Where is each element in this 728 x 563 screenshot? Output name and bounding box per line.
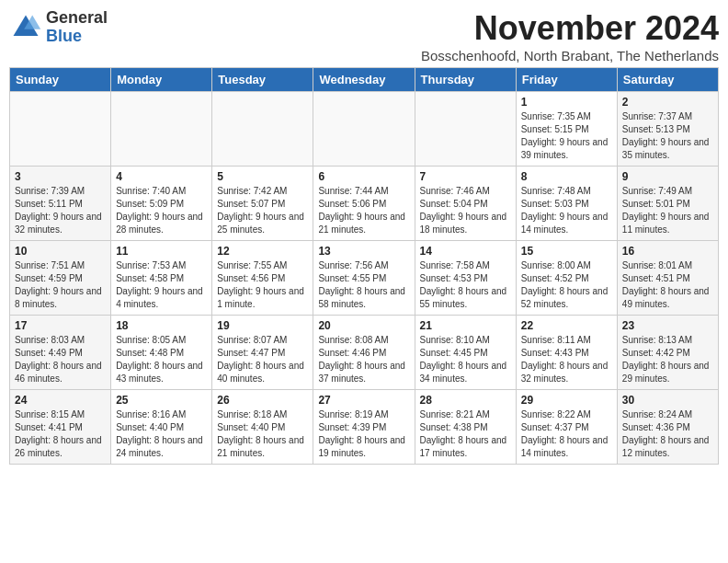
day-number: 17 <box>15 319 106 332</box>
day-number: 27 <box>318 394 409 407</box>
calendar-cell: 30Sunrise: 8:24 AM Sunset: 4:36 PM Dayli… <box>617 390 718 465</box>
calendar-cell: 14Sunrise: 7:58 AM Sunset: 4:53 PM Dayli… <box>415 241 516 316</box>
calendar-cell: 20Sunrise: 8:08 AM Sunset: 4:46 PM Dayli… <box>313 316 415 390</box>
calendar-cell: 27Sunrise: 8:19 AM Sunset: 4:39 PM Dayli… <box>313 390 415 465</box>
day-number: 4 <box>116 170 207 183</box>
logo-text: General Blue <box>46 9 108 46</box>
day-number: 12 <box>217 245 308 258</box>
calendar-cell: 7Sunrise: 7:46 AM Sunset: 5:04 PM Daylig… <box>415 167 516 241</box>
calendar-cell: 18Sunrise: 8:05 AM Sunset: 4:48 PM Dayli… <box>111 316 212 390</box>
calendar-cell: 23Sunrise: 8:13 AM Sunset: 4:42 PM Dayli… <box>617 316 718 390</box>
calendar-cell <box>111 92 212 167</box>
day-info: Sunrise: 7:44 AM Sunset: 5:06 PM Dayligh… <box>318 185 409 236</box>
day-number: 26 <box>217 394 308 407</box>
day-info: Sunrise: 7:53 AM Sunset: 4:58 PM Dayligh… <box>116 259 207 311</box>
page-header: General Blue November 2024 Bosschenhoofd… <box>9 9 719 63</box>
day-info: Sunrise: 8:08 AM Sunset: 4:46 PM Dayligh… <box>318 334 409 385</box>
day-number: 15 <box>521 245 612 258</box>
day-info: Sunrise: 7:58 AM Sunset: 4:53 PM Dayligh… <box>420 259 511 311</box>
calendar-cell <box>10 92 111 167</box>
calendar-cell: 24Sunrise: 8:15 AM Sunset: 4:41 PM Dayli… <box>10 390 111 465</box>
day-info: Sunrise: 8:07 AM Sunset: 4:47 PM Dayligh… <box>217 334 308 385</box>
weekday-header-tuesday: Tuesday <box>212 68 313 92</box>
calendar-cell: 3Sunrise: 7:39 AM Sunset: 5:11 PM Daylig… <box>10 167 111 241</box>
calendar-table: SundayMondayTuesdayWednesdayThursdayFrid… <box>9 67 719 465</box>
day-number: 28 <box>420 394 511 407</box>
weekday-header-row: SundayMondayTuesdayWednesdayThursdayFrid… <box>10 68 719 92</box>
calendar-cell: 15Sunrise: 8:00 AM Sunset: 4:52 PM Dayli… <box>516 241 617 316</box>
day-number: 14 <box>420 245 511 258</box>
day-info: Sunrise: 8:22 AM Sunset: 4:37 PM Dayligh… <box>521 408 612 460</box>
calendar-cell: 8Sunrise: 7:48 AM Sunset: 5:03 PM Daylig… <box>516 167 617 241</box>
day-number: 23 <box>622 319 713 332</box>
day-number: 5 <box>217 170 308 183</box>
day-number: 29 <box>521 394 612 407</box>
day-info: Sunrise: 8:05 AM Sunset: 4:48 PM Dayligh… <box>116 334 207 385</box>
calendar-cell: 6Sunrise: 7:44 AM Sunset: 5:06 PM Daylig… <box>313 167 415 241</box>
day-info: Sunrise: 8:01 AM Sunset: 4:51 PM Dayligh… <box>622 259 713 311</box>
day-info: Sunrise: 8:10 AM Sunset: 4:45 PM Dayligh… <box>420 334 511 385</box>
day-info: Sunrise: 8:03 AM Sunset: 4:49 PM Dayligh… <box>15 334 106 385</box>
calendar-cell: 16Sunrise: 8:01 AM Sunset: 4:51 PM Dayli… <box>617 241 718 316</box>
weekday-header-friday: Friday <box>516 68 617 92</box>
calendar-week-row: 3Sunrise: 7:39 AM Sunset: 5:11 PM Daylig… <box>10 167 719 241</box>
day-info: Sunrise: 7:56 AM Sunset: 4:55 PM Dayligh… <box>318 259 409 311</box>
day-info: Sunrise: 7:35 AM Sunset: 5:15 PM Dayligh… <box>521 110 612 162</box>
day-number: 13 <box>318 245 409 258</box>
day-number: 11 <box>116 245 207 258</box>
day-number: 6 <box>318 170 409 183</box>
day-number: 3 <box>15 170 106 183</box>
title-block: November 2024 Bosschenhoofd, North Braba… <box>421 9 719 63</box>
calendar-cell: 9Sunrise: 7:49 AM Sunset: 5:01 PM Daylig… <box>617 167 718 241</box>
day-info: Sunrise: 7:42 AM Sunset: 5:07 PM Dayligh… <box>217 185 308 236</box>
weekday-header-monday: Monday <box>111 68 212 92</box>
day-number: 25 <box>116 394 207 407</box>
calendar-cell: 25Sunrise: 8:16 AM Sunset: 4:40 PM Dayli… <box>111 390 212 465</box>
day-info: Sunrise: 7:49 AM Sunset: 5:01 PM Dayligh… <box>622 185 713 236</box>
calendar-cell: 10Sunrise: 7:51 AM Sunset: 4:59 PM Dayli… <box>10 241 111 316</box>
logo-blue: Blue <box>46 28 108 46</box>
calendar-week-row: 10Sunrise: 7:51 AM Sunset: 4:59 PM Dayli… <box>10 241 719 316</box>
calendar-cell: 12Sunrise: 7:55 AM Sunset: 4:56 PM Dayli… <box>212 241 313 316</box>
calendar-cell: 13Sunrise: 7:56 AM Sunset: 4:55 PM Dayli… <box>313 241 415 316</box>
calendar-cell: 4Sunrise: 7:40 AM Sunset: 5:09 PM Daylig… <box>111 167 212 241</box>
logo-icon <box>9 11 42 44</box>
calendar-week-row: 24Sunrise: 8:15 AM Sunset: 4:41 PM Dayli… <box>10 390 719 465</box>
weekday-header-thursday: Thursday <box>415 68 516 92</box>
calendar-cell <box>313 92 415 167</box>
day-info: Sunrise: 8:13 AM Sunset: 4:42 PM Dayligh… <box>622 334 713 385</box>
calendar-cell: 11Sunrise: 7:53 AM Sunset: 4:58 PM Dayli… <box>111 241 212 316</box>
day-number: 20 <box>318 319 409 332</box>
calendar-cell: 28Sunrise: 8:21 AM Sunset: 4:38 PM Dayli… <box>415 390 516 465</box>
day-info: Sunrise: 7:37 AM Sunset: 5:13 PM Dayligh… <box>622 110 713 162</box>
weekday-header-sunday: Sunday <box>10 68 111 92</box>
day-number: 2 <box>622 96 713 109</box>
weekday-header-wednesday: Wednesday <box>313 68 415 92</box>
day-number: 1 <box>521 96 612 109</box>
day-info: Sunrise: 8:00 AM Sunset: 4:52 PM Dayligh… <box>521 259 612 311</box>
calendar-cell: 17Sunrise: 8:03 AM Sunset: 4:49 PM Dayli… <box>10 316 111 390</box>
calendar-cell: 2Sunrise: 7:37 AM Sunset: 5:13 PM Daylig… <box>617 92 718 167</box>
calendar-week-row: 17Sunrise: 8:03 AM Sunset: 4:49 PM Dayli… <box>10 316 719 390</box>
calendar-cell <box>212 92 313 167</box>
day-info: Sunrise: 8:19 AM Sunset: 4:39 PM Dayligh… <box>318 408 409 460</box>
day-number: 10 <box>15 245 106 258</box>
day-info: Sunrise: 7:51 AM Sunset: 4:59 PM Dayligh… <box>15 259 106 311</box>
day-number: 9 <box>622 170 713 183</box>
day-info: Sunrise: 8:15 AM Sunset: 4:41 PM Dayligh… <box>15 408 106 460</box>
calendar-cell: 21Sunrise: 8:10 AM Sunset: 4:45 PM Dayli… <box>415 316 516 390</box>
day-info: Sunrise: 8:11 AM Sunset: 4:43 PM Dayligh… <box>521 334 612 385</box>
day-info: Sunrise: 7:55 AM Sunset: 4:56 PM Dayligh… <box>217 259 308 311</box>
day-info: Sunrise: 8:18 AM Sunset: 4:40 PM Dayligh… <box>217 408 308 460</box>
day-number: 19 <box>217 319 308 332</box>
day-info: Sunrise: 7:39 AM Sunset: 5:11 PM Dayligh… <box>15 185 106 236</box>
calendar-cell: 1Sunrise: 7:35 AM Sunset: 5:15 PM Daylig… <box>516 92 617 167</box>
calendar-cell: 26Sunrise: 8:18 AM Sunset: 4:40 PM Dayli… <box>212 390 313 465</box>
calendar-week-row: 1Sunrise: 7:35 AM Sunset: 5:15 PM Daylig… <box>10 92 719 167</box>
day-number: 7 <box>420 170 511 183</box>
calendar-cell: 22Sunrise: 8:11 AM Sunset: 4:43 PM Dayli… <box>516 316 617 390</box>
day-info: Sunrise: 8:21 AM Sunset: 4:38 PM Dayligh… <box>420 408 511 460</box>
day-info: Sunrise: 7:48 AM Sunset: 5:03 PM Dayligh… <box>521 185 612 236</box>
logo: General Blue <box>9 9 108 46</box>
day-number: 24 <box>15 394 106 407</box>
